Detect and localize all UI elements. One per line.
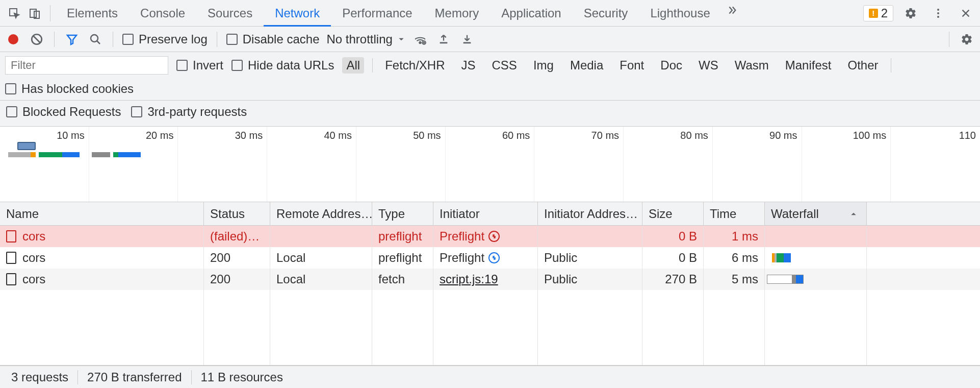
initiator-link[interactable]: script.js:19	[440, 272, 498, 286]
tab-memory[interactable]: Memory	[424, 0, 491, 26]
filter-type-wasm[interactable]: Wasm	[731, 57, 773, 74]
clear-button[interactable]	[29, 31, 45, 47]
issues-count: 2	[881, 6, 888, 20]
filter-type-css[interactable]: CSS	[488, 57, 521, 74]
initiator-text: Preflight	[440, 251, 484, 265]
filter-type-ws[interactable]: WS	[694, 57, 723, 74]
import-har-icon[interactable]	[435, 31, 452, 47]
tab-performance[interactable]: Performance	[331, 0, 423, 26]
svg-point-7	[91, 35, 98, 42]
kebab-menu-icon[interactable]	[928, 3, 948, 23]
blocked-requests-checkbox[interactable]: Blocked Requests	[6, 105, 121, 119]
filter-input[interactable]	[5, 56, 168, 75]
separator	[949, 32, 949, 47]
hide-data-urls-label: Hide data URLs	[248, 58, 334, 72]
cell-status: 200	[204, 269, 270, 290]
cell-extra	[867, 247, 980, 269]
tab-application[interactable]: Application	[490, 0, 572, 26]
col-waterfall[interactable]: Waterfall	[765, 202, 867, 225]
col-status[interactable]: Status	[204, 202, 270, 225]
tick-label: 20 ms	[146, 130, 173, 141]
filter-type-other[interactable]: Other	[843, 57, 882, 74]
blocked-requests-label: Blocked Requests	[22, 105, 121, 119]
devtools-tab-strip: Elements Console Sources Network Perform…	[0, 0, 980, 27]
table-row[interactable]: cors200LocalpreflightPreflightPublic0 B6…	[0, 247, 980, 269]
tab-lighthouse[interactable]: Lighthouse	[639, 0, 721, 26]
svg-point-4	[937, 12, 939, 14]
tick-label: 60 ms	[502, 130, 530, 141]
export-har-icon[interactable]	[459, 31, 475, 47]
col-initiator-address[interactable]: Initiator Addres…	[538, 202, 642, 225]
cell-size: 0 B	[642, 247, 704, 269]
filter-type-manifest[interactable]: Manifest	[781, 57, 836, 74]
cell-size: 0 B	[642, 226, 704, 247]
device-toolbar-icon[interactable]	[24, 3, 45, 23]
col-type[interactable]: Type	[372, 202, 433, 225]
table-header: Name Status Remote Addres… Type Initiato…	[0, 202, 980, 226]
request-name: cors	[22, 251, 45, 265]
tick-label: 40 ms	[324, 130, 351, 141]
filter-type-all[interactable]: All	[342, 57, 364, 74]
table-body[interactable]: cors(failed)…preflightPreflight0 B1 msco…	[0, 226, 980, 366]
tick-label: 110	[959, 130, 976, 141]
col-remote[interactable]: Remote Addres…	[270, 202, 372, 225]
cell-type: preflight	[372, 226, 433, 247]
preserve-log-checkbox[interactable]: Preserve log	[122, 32, 208, 46]
preflight-icon	[488, 231, 500, 242]
disable-cache-checkbox[interactable]: Disable cache	[226, 32, 320, 46]
filter-type-img[interactable]: Img	[529, 57, 558, 74]
filter-type-doc[interactable]: Doc	[656, 57, 686, 74]
record-button[interactable]	[5, 31, 21, 47]
invert-checkbox[interactable]: Invert	[176, 58, 223, 72]
hide-data-urls-checkbox[interactable]: Hide data URLs	[231, 58, 334, 72]
tab-security[interactable]: Security	[573, 0, 639, 26]
col-size[interactable]: Size	[642, 202, 704, 225]
filter-type-media[interactable]: Media	[566, 57, 607, 74]
preserve-log-label: Preserve log	[139, 32, 208, 46]
overview-selection[interactable]	[17, 142, 36, 150]
cell-initiator: Preflight	[433, 247, 538, 269]
filter-type-js[interactable]: JS	[457, 57, 480, 74]
status-bar: 3 requests 270 B transferred 11 B resour…	[0, 366, 980, 388]
panel-tabs: Elements Console Sources Network Perform…	[56, 0, 863, 26]
throttling-select[interactable]: No throttling	[326, 32, 404, 46]
filter-funnel-icon[interactable]	[64, 31, 80, 47]
tick-label: 30 ms	[235, 130, 263, 141]
close-devtools-icon[interactable]	[956, 3, 976, 23]
svg-point-5	[937, 16, 939, 18]
filter-type-fetch[interactable]: Fetch/XHR	[381, 57, 449, 74]
has-blocked-cookies-checkbox[interactable]: Has blocked cookies	[5, 82, 134, 96]
tab-network[interactable]: Network	[264, 0, 331, 26]
separator	[372, 58, 373, 72]
separator	[217, 32, 217, 47]
filter-bar: Invert Hide data URLs All Fetch/XHR JS C…	[0, 52, 980, 101]
tick-label: 80 ms	[680, 130, 708, 141]
table-row[interactable]: cors200Localfetchscript.js:19Public270 B…	[0, 269, 980, 290]
tab-console[interactable]: Console	[129, 0, 196, 26]
svg-rect-10	[440, 42, 448, 43]
search-icon[interactable]	[87, 31, 104, 47]
tab-sources[interactable]: Sources	[196, 0, 264, 26]
network-conditions-icon[interactable]	[412, 31, 428, 47]
disable-cache-label: Disable cache	[243, 32, 320, 46]
table-row[interactable]: cors(failed)…preflightPreflight0 B1 ms	[0, 226, 980, 247]
settings-gear-icon[interactable]	[900, 3, 921, 23]
cell-name: cors	[0, 226, 204, 247]
more-tabs-icon[interactable]	[721, 0, 742, 20]
cell-waterfall	[765, 226, 867, 247]
tab-elements[interactable]: Elements	[56, 0, 129, 26]
tick-label: 70 ms	[591, 130, 619, 141]
network-settings-gear-icon[interactable]	[959, 31, 975, 47]
issues-badge[interactable]: ! 2	[863, 5, 893, 21]
col-initiator[interactable]: Initiator	[433, 202, 538, 225]
filter-type-font[interactable]: Font	[615, 57, 648, 74]
third-party-checkbox[interactable]: 3rd-party requests	[131, 105, 247, 119]
col-time[interactable]: Time	[704, 202, 765, 225]
invert-label: Invert	[193, 58, 223, 72]
timeline-overview[interactable]: 10 ms 20 ms 30 ms 40 ms 50 ms 60 ms 70 m…	[0, 127, 980, 202]
cell-time: 5 ms	[704, 269, 765, 290]
col-name[interactable]: Name	[0, 202, 204, 225]
col-extra	[867, 202, 980, 225]
inspect-element-icon[interactable]	[4, 3, 24, 23]
request-table: Name Status Remote Addres… Type Initiato…	[0, 202, 980, 366]
